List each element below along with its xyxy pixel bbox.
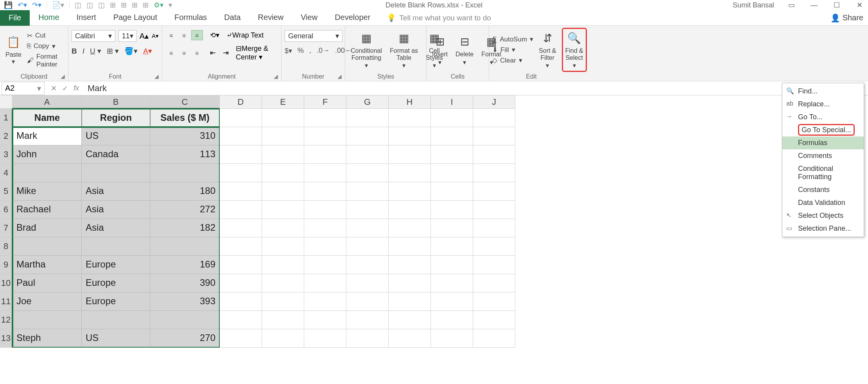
column-header-I[interactable]: I (431, 95, 473, 109)
comma-format-button[interactable]: , (309, 47, 311, 55)
cell-E12[interactable] (262, 311, 304, 329)
cell-E2[interactable] (262, 127, 304, 145)
menu-item-formulas[interactable]: Formulas (782, 136, 864, 149)
menu-item-conditional-formatting[interactable]: Conditional Formatting (782, 162, 864, 183)
ribbon-tab-insert[interactable]: Insert (68, 9, 105, 27)
qat-icon[interactable]: ◫ (75, 1, 81, 9)
menu-item-select-objects[interactable]: Select Objects↖ (782, 209, 864, 222)
cell-J10[interactable] (473, 274, 515, 292)
cell-B7[interactable]: Asia (82, 219, 150, 237)
cell-F3[interactable] (304, 145, 346, 164)
qat-icon[interactable]: ⊞ (143, 1, 149, 9)
dialog-launcher-icon[interactable]: ◢ (337, 73, 342, 79)
cell-G4[interactable] (346, 164, 389, 182)
cancel-formula-icon[interactable]: ✕ (51, 84, 57, 93)
row-header-3[interactable]: 3 (0, 145, 13, 164)
delete-cells-button[interactable]: ⊟Delete▾ (453, 33, 476, 66)
cell-I12[interactable] (431, 311, 473, 329)
insert-cells-button[interactable]: ⊞Insert▾ (430, 33, 450, 66)
cell-G1[interactable] (346, 109, 389, 127)
cell-A9[interactable]: Martha (13, 256, 82, 274)
cell-E13[interactable] (262, 329, 304, 348)
column-header-F[interactable]: F (304, 95, 346, 109)
cell-G12[interactable] (346, 311, 389, 329)
cell-H4[interactable] (389, 164, 431, 182)
cell-F1[interactable] (304, 109, 346, 127)
cell-E7[interactable] (262, 219, 304, 237)
cell-C4[interactable] (150, 164, 220, 182)
ribbon-tab-data[interactable]: Data (215, 9, 249, 27)
column-header-B[interactable]: B (82, 95, 150, 109)
cell-B3[interactable]: Canada (82, 145, 150, 164)
column-header-D[interactable]: D (220, 95, 262, 109)
align-right-button[interactable]: ≡ (191, 48, 203, 58)
qat-icon[interactable]: ⚙▾ (154, 1, 163, 9)
menu-item-comments[interactable]: Comments (782, 149, 864, 162)
cell-F10[interactable] (304, 274, 346, 292)
orientation-button[interactable]: ⟲▾ (210, 31, 219, 39)
row-header-1[interactable]: 1 (0, 109, 13, 127)
row-header-4[interactable]: 4 (0, 164, 13, 182)
cell-J1[interactable] (473, 109, 515, 127)
cell-I3[interactable] (431, 145, 473, 164)
increase-indent-button[interactable]: ⇥ (223, 48, 229, 57)
increase-font-icon[interactable]: A▴ (140, 31, 149, 41)
menu-item-go-to-special---[interactable]: Go To Special... (782, 124, 864, 136)
cell-F4[interactable] (304, 164, 346, 182)
qat-icon[interactable]: ◫ (86, 1, 93, 9)
cell-C11[interactable]: 393 (150, 292, 220, 311)
percent-format-button[interactable]: % (298, 47, 304, 55)
qat-icon[interactable]: ⊞ (110, 1, 116, 9)
cell-H11[interactable] (389, 292, 431, 311)
qat-icon[interactable]: ◫ (98, 1, 105, 9)
qat-icon[interactable]: ⊞ (132, 1, 138, 9)
dialog-launcher-icon[interactable]: ◢ (154, 73, 159, 79)
cell-C1[interactable]: Sales ($ M) (150, 109, 220, 127)
cell-B12[interactable] (82, 311, 150, 329)
cell-I8[interactable] (431, 237, 473, 256)
cell-H8[interactable] (389, 237, 431, 256)
cell-B9[interactable]: Europe (82, 256, 150, 274)
merge-center-button[interactable]: ⊟Merge & Center ▾ (236, 44, 278, 61)
cell-I5[interactable] (431, 182, 473, 201)
menu-item-constants[interactable]: Constants (782, 183, 864, 196)
minimize-icon[interactable]: — (809, 1, 820, 9)
cell-G10[interactable] (346, 274, 389, 292)
cell-D9[interactable] (220, 256, 262, 274)
conditional-formatting-button[interactable]: ▦Conditional Formatting▾ (348, 30, 384, 70)
cell-A11[interactable]: Joe (13, 292, 82, 311)
ribbon-tab-page-layout[interactable]: Page Layout (105, 9, 166, 27)
menu-item-replace---[interactable]: Replace...ab (782, 98, 864, 111)
cell-D13[interactable] (220, 329, 262, 348)
autosum-button[interactable]: ∑AutoSum ▾ (492, 35, 533, 43)
align-bottom-button[interactable]: ≡ (191, 30, 203, 40)
font-name-combo[interactable]: Calibri▾ (72, 30, 115, 42)
cell-A1[interactable]: Name (13, 109, 82, 127)
cell-B10[interactable]: Europe (82, 274, 150, 292)
ribbon-tab-review[interactable]: Review (249, 9, 292, 27)
cell-I6[interactable] (431, 201, 473, 219)
format-as-table-button[interactable]: ▦Format as Table▾ (387, 30, 420, 70)
cell-H10[interactable] (389, 274, 431, 292)
cell-I1[interactable] (431, 109, 473, 127)
border-button[interactable]: ⊞ ▾ (107, 47, 119, 56)
cell-F2[interactable] (304, 127, 346, 145)
format-painter-button[interactable]: 🖌Format Painter (27, 53, 65, 68)
cell-D12[interactable] (220, 311, 262, 329)
cell-E5[interactable] (262, 182, 304, 201)
row-header-2[interactable]: 2 (0, 127, 13, 145)
cell-F5[interactable] (304, 182, 346, 201)
cell-H6[interactable] (389, 201, 431, 219)
cell-I4[interactable] (431, 164, 473, 182)
row-header-7[interactable]: 7 (0, 219, 13, 237)
name-box[interactable]: A2▾ (2, 82, 45, 95)
cell-C5[interactable]: 180 (150, 182, 220, 201)
cell-G7[interactable] (346, 219, 389, 237)
cell-D4[interactable] (220, 164, 262, 182)
increase-decimal-button[interactable]: .0→ (317, 47, 330, 55)
cell-G11[interactable] (346, 292, 389, 311)
cell-J8[interactable] (473, 237, 515, 256)
column-header-C[interactable]: C (150, 95, 220, 109)
cell-F7[interactable] (304, 219, 346, 237)
cell-A6[interactable]: Rachael (13, 201, 82, 219)
